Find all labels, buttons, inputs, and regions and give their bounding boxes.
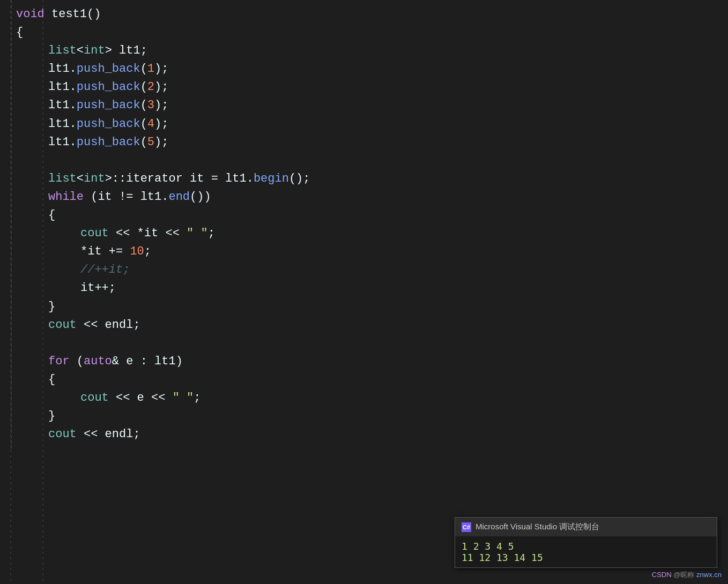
code-line: it++;: [16, 279, 728, 297]
code-line: {: [16, 371, 728, 389]
code-line: {: [16, 24, 728, 42]
watermark-csdn: CSDN: [652, 571, 672, 579]
code-line: lt1.push_back(4);: [16, 115, 728, 133]
code-line: lt1.push_back(3);: [16, 96, 728, 115]
code-line: list<int> lt1;: [16, 42, 728, 60]
code-line: }: [16, 298, 728, 316]
code-line: //++it;: [16, 261, 728, 279]
console-icon: C#: [462, 522, 471, 532]
code-line: [16, 334, 728, 353]
code-line: void test1(): [16, 5, 728, 24]
code-line: [16, 152, 728, 170]
code-editor: void test1(){list<int> lt1;lt1.push_back…: [0, 0, 728, 449]
code-line: lt1.push_back(1);: [16, 60, 728, 78]
code-line: *it += 10;: [16, 243, 728, 261]
console-titlebar: C# Microsoft Visual Studio 调试控制台: [455, 518, 717, 536]
code-line: lt1.push_back(5);: [16, 133, 728, 152]
code-line: cout << endl;: [16, 425, 728, 444]
code-line: }: [16, 407, 728, 425]
code-line: for (auto& e : lt1): [16, 353, 728, 371]
code-line: while (it != lt1.end()): [16, 188, 728, 206]
code-line: {: [16, 206, 728, 224]
console-title: Microsoft Visual Studio 调试控制台: [476, 522, 599, 532]
console-output-line1: 1 2 3 4 5: [462, 541, 710, 552]
console-body: 1 2 3 4 5 11 12 13 14 15: [455, 536, 717, 567]
code-line: cout << e << " ";: [16, 389, 728, 407]
watermark-site: znwx.cn: [696, 571, 722, 579]
code-line: cout << endl;: [16, 316, 728, 334]
watermark: CSDN @昵称 znwx.cn: [652, 570, 722, 580]
console-window: C# Microsoft Visual Studio 调试控制台 1 2 3 4…: [455, 517, 717, 568]
console-output-line2: 11 12 13 14 15: [462, 552, 710, 563]
code-line: lt1.push_back(2);: [16, 78, 728, 96]
code-line: cout << *it << " ";: [16, 224, 728, 243]
watermark-at: @昵称: [673, 571, 696, 579]
code-line: list<int>::iterator it = lt1.begin();: [16, 170, 728, 188]
